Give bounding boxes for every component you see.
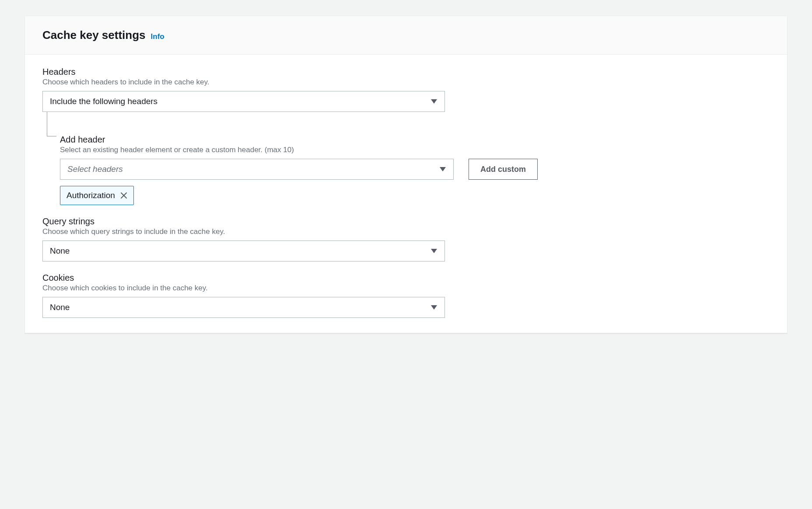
- tree-connector: [47, 112, 56, 136]
- add-header-placeholder: Select headers: [67, 164, 123, 174]
- info-link[interactable]: Info: [151, 32, 164, 41]
- add-header-description: Select an existing header element or cre…: [60, 146, 770, 154]
- headers-select[interactable]: Include the following headers: [42, 91, 445, 112]
- query-strings-label: Query strings: [42, 216, 770, 227]
- query-strings-select-value: None: [50, 246, 70, 256]
- headers-description: Choose which headers to include in the c…: [42, 78, 770, 87]
- header-token-label: Authorization: [66, 191, 115, 200]
- cookies-select[interactable]: None: [42, 297, 445, 318]
- headers-select-value: Include the following headers: [50, 97, 158, 106]
- headers-label: Headers: [42, 67, 770, 77]
- cookies-description: Choose which cookies to include in the c…: [42, 284, 770, 293]
- cookies-select-wrapper: None: [42, 297, 445, 318]
- header-token-authorization: Authorization: [60, 186, 134, 205]
- cookies-label: Cookies: [42, 273, 770, 283]
- panel-header: Cache key settings Info: [25, 16, 787, 55]
- headers-group: Headers Choose which headers to include …: [42, 67, 770, 205]
- cookies-group: Cookies Choose which cookies to include …: [42, 273, 770, 318]
- query-strings-select[interactable]: None: [42, 241, 445, 261]
- panel-body: Headers Choose which headers to include …: [25, 55, 787, 333]
- query-strings-select-wrapper: None: [42, 241, 445, 261]
- query-strings-description: Choose which query strings to include in…: [42, 227, 770, 236]
- add-header-group: Add header Select an existing header ele…: [47, 112, 770, 205]
- cookies-select-value: None: [50, 303, 70, 312]
- headers-select-wrapper: Include the following headers: [42, 91, 445, 112]
- add-header-select[interactable]: Select headers: [60, 159, 454, 180]
- cache-key-settings-panel: Cache key settings Info Headers Choose w…: [24, 16, 788, 333]
- add-header-row: Select headers Add custom: [60, 159, 770, 180]
- add-header-label: Add header: [60, 135, 770, 145]
- panel-title: Cache key settings: [42, 28, 146, 42]
- add-custom-button[interactable]: Add custom: [469, 159, 538, 180]
- header-token-row: Authorization: [60, 186, 770, 205]
- query-strings-group: Query strings Choose which query strings…: [42, 216, 770, 261]
- remove-token-icon[interactable]: [120, 192, 127, 199]
- add-header-select-wrapper: Select headers: [60, 159, 454, 180]
